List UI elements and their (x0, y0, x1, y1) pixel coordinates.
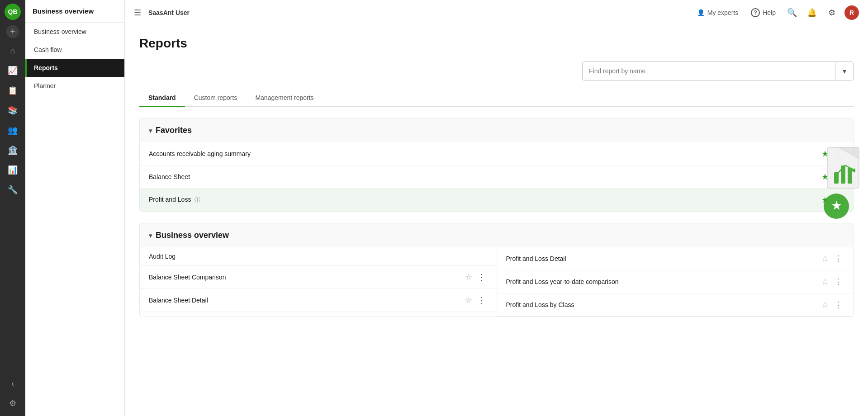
info-icon[interactable]: ⓘ (194, 196, 200, 203)
star-empty-icon[interactable]: ☆ (821, 300, 829, 310)
tabs: Standard Custom reports Management repor… (139, 90, 854, 107)
list-item[interactable]: Balance Sheet Detail ☆ ⋮ (140, 289, 497, 312)
more-options-icon[interactable]: ⋮ (832, 253, 844, 265)
help-button[interactable]: ? Help (747, 6, 779, 19)
search-box: ▾ (582, 61, 854, 80)
business-overview-header[interactable]: ▾ Business overview (140, 223, 853, 247)
more-options-icon[interactable]: ⋮ (476, 294, 488, 306)
report-columns: Audit Log Balance Sheet Comparison ☆ ⋮ B… (140, 247, 853, 317)
topbar-username: SaasAnt User (148, 9, 190, 16)
icon-rail: QB + ⌂ 📈 📋 📚 👥 🏦 📊 🔧 ‹ ⚙ (0, 0, 25, 416)
report-name: Profit and Loss year-to-date comparison (506, 278, 822, 285)
list-item[interactable]: Audit Log (140, 247, 497, 266)
business-overview-title: Business overview (156, 231, 229, 240)
right-report-list: Profit and Loss Detail ☆ ⋮ Profit and Lo… (497, 247, 854, 317)
business-overview-section: ▾ Business overview Audit Log Balance Sh… (139, 223, 854, 317)
favorites-title: Favorites (156, 126, 192, 135)
book-icon[interactable]: 📚 (4, 101, 22, 119)
report-name: Accounts receivable aging summary (149, 150, 821, 157)
sidebar: Business overview Business overview Cash… (25, 0, 125, 416)
report-name: Profit and Loss ⓘ (149, 196, 821, 204)
settings-icon[interactable]: ⚙ (4, 394, 22, 412)
business-overview-body: Audit Log Balance Sheet Comparison ☆ ⋮ B… (140, 247, 853, 317)
star-empty-icon[interactable]: ☆ (821, 277, 829, 287)
list-item[interactable]: Profit and Loss by Class ☆ ⋮ (497, 293, 854, 317)
more-options-icon[interactable]: ⋮ (832, 276, 844, 288)
home-icon[interactable]: ⌂ (4, 42, 22, 60)
favorites-header[interactable]: ▾ Favorites (140, 118, 853, 142)
business-overview-chevron-icon: ▾ (149, 232, 152, 239)
topbar: ☰ SaasAnt User 👤 My experts ? Help 🔍 🔔 ⚙… (125, 0, 868, 25)
report-name: Profit and Loss by Class (506, 301, 822, 308)
left-report-list: Audit Log Balance Sheet Comparison ☆ ⋮ B… (140, 247, 497, 317)
tools-icon[interactable]: 🔧 (4, 181, 22, 199)
report-name: Audit Log (149, 253, 488, 260)
list-item[interactable]: Profit and Loss Detail ☆ ⋮ (497, 247, 854, 270)
tab-standard[interactable]: Standard (139, 90, 185, 107)
sidebar-item-planner[interactable]: Planner (25, 77, 124, 95)
report-name: Balance Sheet Detail (149, 297, 465, 304)
star-empty-icon[interactable]: ☆ (821, 254, 829, 264)
help-circle-icon: ? (751, 8, 760, 17)
add-button[interactable]: + (6, 25, 19, 38)
list-item[interactable]: Balance Sheet ★ ⋮ (140, 165, 853, 189)
favorites-chevron-icon: ▾ (149, 127, 152, 134)
more-options-icon[interactable]: ⋮ (832, 194, 844, 206)
main-area: ☰ SaasAnt User 👤 My experts ? Help 🔍 🔔 ⚙… (125, 0, 868, 416)
reports-icon[interactable]: 📊 (4, 161, 22, 179)
gear-settings-icon[interactable]: ⚙ (825, 5, 839, 20)
star-filled-icon[interactable]: ★ (821, 172, 829, 182)
star-filled-icon[interactable]: ★ (821, 195, 829, 205)
search-row: ▾ (139, 61, 854, 80)
report-name: Balance Sheet Comparison (149, 274, 465, 281)
report-name: Balance Sheet (149, 173, 821, 180)
report-name: Profit and Loss Detail (506, 255, 822, 262)
chart-icon[interactable]: 📈 (4, 61, 22, 80)
sidebar-item-business-overview[interactable]: Business overview (25, 23, 124, 41)
my-experts-label: My experts (707, 9, 738, 16)
list-item[interactable]: Balance Sheet Comparison ☆ ⋮ (140, 266, 497, 289)
sidebar-item-reports[interactable]: Reports (25, 59, 124, 77)
more-options-icon[interactable]: ⋮ (832, 299, 844, 311)
person-icon: 👤 (697, 9, 705, 16)
content-area: Reports ▾ Standard Custom reports Manage… (125, 25, 868, 416)
more-options-icon[interactable]: ⋮ (832, 171, 844, 183)
search-input[interactable] (583, 63, 835, 79)
favorites-body: Accounts receivable aging summary ★ ⋮ Ba… (140, 142, 853, 212)
more-options-icon[interactable]: ⋮ (476, 271, 488, 283)
star-empty-icon[interactable]: ☆ (465, 295, 472, 305)
tab-custom-reports[interactable]: Custom reports (185, 90, 247, 107)
list-item[interactable]: Accounts receivable aging summary ★ ⋮ (140, 142, 853, 165)
star-filled-icon[interactable]: ★ (821, 149, 829, 159)
help-label: Help (763, 9, 776, 16)
list-item[interactable]: Profit and Loss ⓘ ★ ⋮ (140, 189, 853, 212)
page-title: Reports (139, 36, 854, 51)
qb-logo[interactable]: QB (5, 4, 21, 20)
my-experts-button[interactable]: 👤 My experts (693, 7, 742, 18)
sidebar-item-cash-flow[interactable]: Cash flow (25, 41, 124, 59)
favorites-section: ▾ Favorites Accounts receivable aging su… (139, 118, 854, 212)
notification-icon[interactable]: 🔔 (805, 5, 819, 20)
menu-hamburger-icon[interactable]: ☰ (134, 8, 141, 18)
more-options-icon[interactable]: ⋮ (832, 148, 844, 160)
search-dropdown-button[interactable]: ▾ (835, 62, 853, 80)
tab-management-reports[interactable]: Management reports (246, 90, 323, 107)
star-empty-icon[interactable]: ☆ (465, 272, 472, 282)
bank-icon[interactable]: 🏦 (4, 141, 22, 159)
search-icon[interactable]: 🔍 (785, 5, 799, 20)
collapse-icon[interactable]: ‹ (4, 374, 22, 392)
sidebar-header: Business overview (25, 0, 124, 23)
payroll-icon[interactable]: 👥 (4, 121, 22, 139)
invoice-icon[interactable]: 📋 (4, 81, 22, 99)
avatar[interactable]: R (844, 5, 859, 20)
list-item[interactable]: Profit and Loss year-to-date comparison … (497, 270, 854, 293)
